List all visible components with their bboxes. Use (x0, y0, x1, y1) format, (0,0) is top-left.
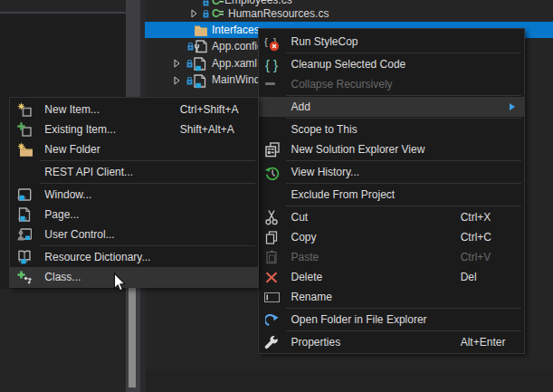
svg-text:}: } (273, 57, 278, 72)
svg-text:C: C (212, 7, 220, 18)
svg-text:{: { (265, 57, 270, 72)
svg-text:C: C (212, 0, 220, 5)
svg-text:{: { (264, 36, 268, 47)
